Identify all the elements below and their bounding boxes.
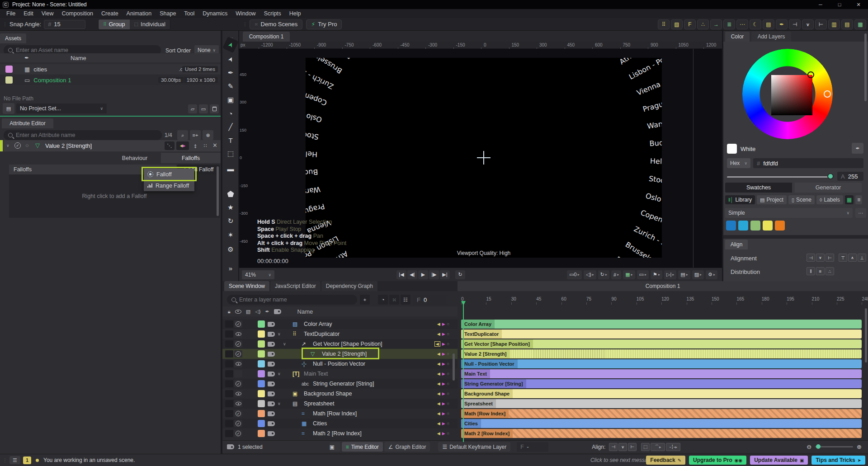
asset-row[interactable]: ▦cities.csvUsed 2 times (0, 64, 221, 74)
add-keyframe-icon[interactable]: ○ (447, 342, 449, 346)
isolate-selection-icon[interactable]: ⁙ (389, 295, 399, 305)
layer-row-null-position-vector[interactable]: -¦-Null - Position Vector◀▶○ (222, 359, 458, 369)
pencil-tool[interactable]: ✎ (224, 80, 237, 92)
redo-tool[interactable]: ↻ (224, 215, 237, 227)
pin-icon[interactable]: ‡ (191, 141, 200, 150)
upgrade-to-pro-button[interactable]: Upgrade to Pro◉◉ (689, 456, 746, 465)
add-keyframe-icon[interactable]: ○ (447, 362, 449, 366)
settings-tool[interactable]: ⚙ (224, 244, 237, 255)
next-keyframe-icon[interactable]: ▶ (442, 431, 445, 436)
layer-name[interactable]: Cities (313, 420, 327, 427)
add-keyframe-icon[interactable]: ○ (447, 372, 449, 376)
skip-start-button[interactable]: |◀ (396, 270, 406, 279)
layer-row-value-2-strength-[interactable]: ✓▽Value 2 [Strength]◀▶○ (222, 349, 458, 359)
line-tool[interactable]: ╱ (224, 121, 237, 133)
eyedropper-button[interactable]: ✒ (852, 143, 863, 154)
lock-cell[interactable] (225, 320, 233, 328)
add-keyframe-icon[interactable]: ○ (447, 411, 449, 416)
enabled-check-icon[interactable]: ✓ (236, 431, 241, 436)
keyframe-nav[interactable]: ◀▶○ (437, 372, 449, 376)
align-h-center-button[interactable]: ⩛ (816, 254, 825, 262)
add-keyframe-icon[interactable]: ○ (447, 322, 449, 326)
align-h-right-button[interactable]: ⊢ (826, 254, 834, 262)
tab-add-layers[interactable]: Add Layers (751, 32, 791, 42)
timeline-ruler[interactable]: 0153045607590105120135150165180195210225… (458, 294, 868, 306)
visibility-cell[interactable]: ✓ (234, 410, 242, 417)
label-tag-icon[interactable] (268, 391, 275, 396)
prev-keyframe-icon[interactable]: ◀ (437, 381, 440, 386)
layer-row-get-vector-shape-position-[interactable]: ✓∨↗Get Vector [Shape Position]◀▶○ (222, 339, 458, 349)
radio-icon[interactable]: ○ (25, 142, 29, 149)
composition-area[interactable]: Los Angeles - USASan Francisco - USAVanc… (306, 58, 662, 258)
prev-keyframe-icon[interactable]: ◀ (437, 362, 440, 366)
scrollbar-thumb[interactable] (865, 308, 867, 362)
layer-color-swatch[interactable] (258, 400, 265, 407)
next-keyframe-icon[interactable]: ▶ (442, 352, 445, 356)
layer-row-cities[interactable]: ✓▦Cities◀▶○ (222, 419, 458, 428)
enabled-check-icon[interactable]: ✓ (236, 411, 241, 416)
keyframe-nav[interactable]: ◀▶○ (437, 332, 449, 336)
keyframe-nav[interactable]: ◀▶○ (434, 341, 449, 347)
audio-icon[interactable]: ◁)▸ (584, 270, 596, 279)
viewport-canvas[interactable]: 4503001500-150-300-450 Los Angeles - USA… (239, 49, 722, 268)
kf-ease-button[interactable]: ⌒ ▸ (651, 443, 665, 451)
next-keyframe-icon[interactable]: ▶ (442, 401, 445, 406)
keyframe-nav[interactable]: ◀▶○ (437, 362, 449, 366)
graph-editor-button[interactable]: ∠ Graph Editor (384, 442, 430, 452)
layer-name[interactable]: Null - Position Vector (313, 361, 365, 367)
prev-keyframe-icon[interactable]: ◀ (437, 322, 440, 326)
lock-cell[interactable] (225, 350, 233, 358)
align-v-bottom-button[interactable]: ⊥ (858, 254, 866, 262)
individual-mode-button[interactable]: ⬚ Individual (130, 19, 170, 29)
keyframe-nav[interactable]: ◀▶○ (437, 401, 449, 406)
color-chip[interactable] (750, 221, 760, 231)
zoom-in-icon[interactable]: ⊕ (857, 443, 862, 450)
layer-row-math-2-row-index-[interactable]: ✓=Math 2 [Row Index]◀▶○ (222, 428, 458, 438)
sphere-tool[interactable]: ◔ (224, 108, 237, 119)
asset-color-swatch[interactable] (5, 66, 13, 73)
frame-field[interactable]: F 0 (413, 295, 446, 305)
distribute-scatter-button[interactable]: ∴ (826, 267, 834, 275)
visibility-cell[interactable]: ✓ (234, 420, 242, 427)
lock-cell[interactable] (225, 370, 233, 377)
layer-color-swatch[interactable] (258, 330, 265, 338)
label-tag-icon[interactable] (268, 342, 275, 347)
scrollbar-thumb[interactable] (453, 353, 455, 381)
rows-icon[interactable]: ▤ (841, 19, 853, 29)
layers-overlay-icon[interactable]: ▤▸ (678, 270, 690, 279)
playhead[interactable] (461, 301, 466, 306)
lock-cell[interactable] (225, 330, 233, 338)
grid-view-button[interactable]: ▦ (845, 195, 854, 204)
demo-scenes-button[interactable]: ⁙ Demo Scenes (250, 19, 302, 29)
menu-item-range-falloff[interactable]: Range Falloff (144, 180, 194, 191)
timeline-bar-cities[interactable]: Cities (461, 419, 862, 428)
collapse-chevron-icon[interactable]: ∨ (6, 143, 9, 148)
add-keyframe-icon[interactable]: ○ (447, 421, 449, 426)
scrollbar-thumb[interactable] (217, 166, 219, 216)
grid-cells-icon[interactable]: ▦ (854, 19, 866, 29)
select-tool[interactable]: ➤ (222, 51, 238, 67)
attribute-block-header[interactable]: ∨ ✓ ○ ▽ Value 2 [Strength] ⋱ ◀▶ ‡ ∷ ✕ (0, 140, 221, 151)
next-keyframe-icon[interactable]: ▶ (442, 372, 445, 376)
kf-align-right-button[interactable]: ⊢ (628, 443, 637, 451)
keyframe-nav[interactable]: ◀▶○ (437, 421, 449, 426)
layer-name[interactable]: Background Shape (304, 391, 352, 397)
label-tag-icon[interactable] (268, 431, 275, 436)
enabled-check-icon[interactable]: ✓ (236, 341, 241, 347)
play-button[interactable]: ▶ (418, 270, 428, 279)
expand-chevron-icon[interactable]: ∨ (283, 342, 286, 346)
label-tag-icon[interactable] (268, 401, 275, 406)
eye-icon[interactable] (236, 402, 241, 405)
skip-end-button[interactable]: ▶| (440, 270, 450, 279)
tab-composition-1[interactable]: Composition 1 (243, 32, 290, 42)
tab-falloffs[interactable]: Falloffs (161, 153, 221, 163)
kf-bounding-button[interactable]: ⬚ (641, 443, 650, 451)
color-chip[interactable] (763, 221, 773, 231)
messages-icon[interactable]: ☰ (9, 456, 20, 464)
keyframe-nav[interactable]: ◀▶○ (437, 411, 449, 416)
timeline-composition-header[interactable]: Composition 1 (458, 281, 868, 291)
visibility-cell[interactable]: ✓ (234, 340, 242, 348)
expand-chevron-icon[interactable]: ∨ (278, 401, 281, 406)
next-keyframe-icon[interactable]: ▶ (442, 362, 445, 366)
label-tag-icon[interactable] (268, 322, 275, 327)
